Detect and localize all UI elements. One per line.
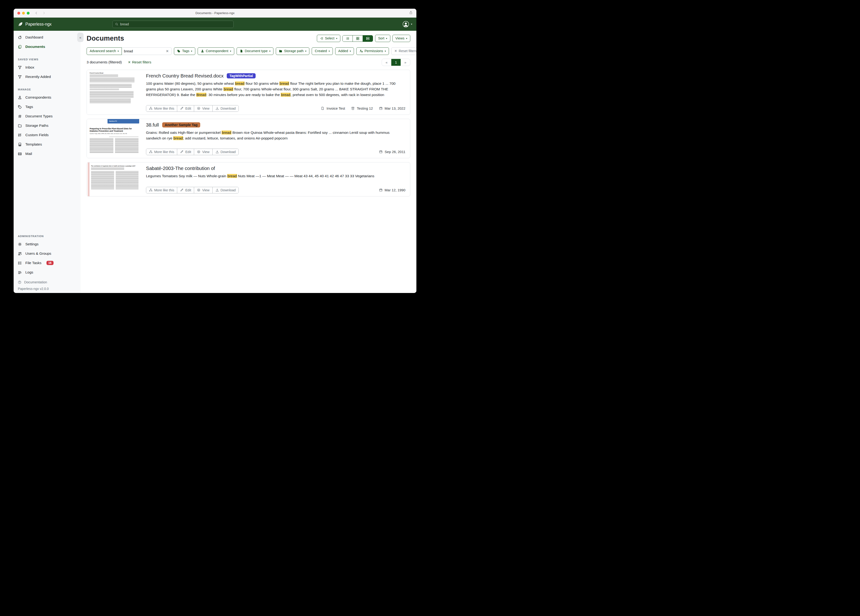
- document-title[interactable]: 38.full: [146, 122, 159, 128]
- search-highlight: bread: [223, 87, 233, 91]
- filter-correspondent-button[interactable]: Correspondent▾: [198, 47, 234, 55]
- sidebar-item-recently-added[interactable]: Recently Added: [14, 72, 80, 82]
- sort-button[interactable]: Sort ▾: [375, 35, 390, 42]
- download-button[interactable]: Download: [212, 187, 239, 193]
- thumbnail-margin-rule: [88, 162, 89, 196]
- search-highlight: bread: [221, 130, 231, 135]
- document-thumbnail[interactable]: French Country Bread: [87, 70, 141, 115]
- sidebar-collapse-button[interactable]: «: [77, 33, 83, 42]
- thumbnail-text-lines: [91, 168, 124, 170]
- share-icon[interactable]: [409, 11, 413, 14]
- brand[interactable]: Paperless-ngx: [18, 22, 52, 27]
- sidebar-item-storage-paths[interactable]: Storage Paths: [14, 121, 80, 130]
- document-tag[interactable]: Another Sample Tag: [162, 122, 200, 127]
- filter-storage-path-button[interactable]: Storage path▾: [276, 47, 309, 55]
- views-button[interactable]: Views ▾: [392, 35, 410, 42]
- more-like-this-button[interactable]: More like this: [146, 149, 177, 155]
- view-mode-toggle: [342, 35, 373, 42]
- thumbnail-page: The contribution of vegetarian diets to …: [87, 162, 141, 196]
- more-like-this-button[interactable]: More like this: [146, 105, 177, 112]
- select-button[interactable]: Select ▾: [317, 35, 341, 42]
- documentation-label: Documentation: [24, 280, 47, 284]
- page-next-button[interactable]: »: [401, 59, 410, 66]
- filter-tags-button[interactable]: Tags▾: [174, 47, 195, 55]
- metadata-item[interactable]: Invoice Test: [321, 106, 345, 110]
- thumbnail-banner: Nutrition FYI: [108, 119, 139, 124]
- advanced-search-button[interactable]: Advanced search ▾: [86, 47, 122, 55]
- filter-document-type-button[interactable]: Document type▾: [237, 47, 274, 55]
- sidebar-item-templates[interactable]: Templates: [14, 140, 80, 149]
- thumbnail-page: Nutrition FYIPreparing to Prescribe Plan…: [87, 119, 141, 158]
- view-button[interactable]: View: [194, 105, 212, 112]
- caret-down-icon: ▾: [385, 50, 386, 52]
- download-button[interactable]: Download: [212, 105, 239, 112]
- edit-button[interactable]: Edit: [177, 187, 194, 193]
- sidebar-item-custom-fields[interactable]: Custom Fields: [14, 130, 80, 140]
- sidebar-item-tags[interactable]: Tags: [14, 102, 80, 112]
- document-metadata: Invoice TestTesting 12Mar 13, 2022: [321, 106, 405, 110]
- sidebar-item-document-types[interactable]: Document Types: [14, 112, 80, 121]
- sidebar-item-mail[interactable]: Mail: [14, 149, 80, 159]
- more-like-this-button[interactable]: More like this: [146, 187, 177, 193]
- filter-query-input[interactable]: [124, 49, 165, 53]
- thumbnail-page: French Country Bread: [87, 70, 141, 115]
- download-button[interactable]: Download: [212, 149, 239, 155]
- correspondent-icon: [201, 49, 204, 53]
- sidebar-item-correspondents[interactable]: Correspondents: [14, 93, 80, 102]
- sidebar-item-documents[interactable]: Documents: [14, 42, 80, 52]
- sidebar-item-inbox[interactable]: Inbox: [14, 63, 80, 72]
- filter-created-button[interactable]: Created▾: [312, 47, 333, 55]
- documentation-link[interactable]: Documentation: [18, 280, 76, 284]
- sidebar-item-logs[interactable]: Logs: [14, 268, 80, 277]
- sidebar-item-label: File Tasks: [25, 261, 42, 265]
- page-prev-button[interactable]: «: [382, 59, 391, 66]
- view-button[interactable]: View: [194, 187, 212, 193]
- document-actions: More like thisEditViewDownload: [146, 149, 239, 155]
- reset-filters-link[interactable]: ✕ Reset filters: [128, 60, 151, 64]
- document-excerpt: Grains: Rolled oats High-fiber or pumper…: [146, 130, 405, 141]
- filter-added-button[interactable]: Added▾: [335, 47, 354, 55]
- view-button[interactable]: View: [194, 149, 212, 155]
- caret-down-icon: ▾: [269, 50, 270, 52]
- back-icon[interactable]: [35, 11, 38, 14]
- action-label: More like this: [154, 107, 174, 110]
- forward-icon[interactable]: [42, 11, 46, 14]
- close-button[interactable]: [17, 12, 20, 14]
- document-thumbnail[interactable]: The contribution of vegetarian diets to …: [87, 162, 141, 196]
- page-number-button[interactable]: 1: [391, 59, 401, 66]
- view-mode-grid-button[interactable]: [353, 35, 363, 42]
- logs-icon: [18, 270, 22, 274]
- metadata-item[interactable]: Mar 12, 1990: [379, 188, 405, 192]
- sidebar-item-file-tasks[interactable]: File Tasks16: [14, 258, 80, 268]
- document-excerpt: 100 grams Water (80 degrees), 50 grams w…: [146, 81, 405, 97]
- metadata-item[interactable]: Testing 12: [351, 106, 373, 110]
- edit-button[interactable]: Edit: [177, 149, 194, 155]
- document-title[interactable]: Sabaté-2003-The contribution of: [146, 165, 215, 171]
- thumbnail-text-lines: [89, 78, 135, 83]
- sidebar-item-dashboard[interactable]: Dashboard: [14, 33, 80, 42]
- pencil-icon: [180, 150, 184, 154]
- global-search-input[interactable]: [120, 22, 231, 26]
- view-mode-detail-button[interactable]: [363, 35, 373, 42]
- minimize-button[interactable]: [22, 12, 25, 14]
- sidebar-item-users-groups[interactable]: Users & Groups: [14, 249, 80, 258]
- zoom-button[interactable]: [27, 12, 30, 14]
- envelope-icon: [18, 152, 22, 156]
- document-tag[interactable]: TagWithPartial: [227, 73, 255, 79]
- clear-query-icon[interactable]: ✕: [165, 49, 169, 53]
- sidebar-section-title: MANAGE: [14, 87, 80, 93]
- action-label: Edit: [185, 107, 191, 110]
- edit-button[interactable]: Edit: [177, 105, 194, 112]
- gear-icon: [18, 242, 22, 246]
- sidebar-item-settings[interactable]: Settings: [14, 239, 80, 249]
- user-menu[interactable]: ▾: [402, 20, 412, 28]
- filter-permissions-button[interactable]: Permissions▾: [356, 47, 389, 55]
- metadata-item[interactable]: Mar 13, 2022: [379, 106, 405, 110]
- thumbnail-text-lines: [89, 75, 118, 77]
- reset-filters-button[interactable]: ✕ Reset filters: [391, 47, 416, 55]
- document-title[interactable]: French Country Bread Revised.docx: [146, 73, 223, 79]
- metadata-item[interactable]: Sep 26, 2011: [379, 150, 405, 154]
- document-thumbnail[interactable]: Nutrition FYIPreparing to Prescribe Plan…: [87, 119, 141, 158]
- action-label: View: [202, 107, 209, 110]
- view-mode-table-button[interactable]: [343, 35, 353, 42]
